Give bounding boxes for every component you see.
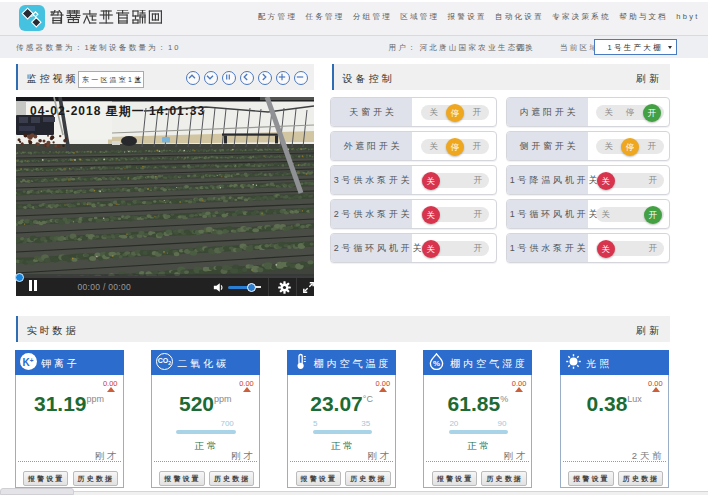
svg-text:%: % [433, 360, 440, 369]
svg-text:04-02-2018 星期一 14:01:33: 04-02-2018 星期一 14:01:33 [30, 103, 205, 117]
